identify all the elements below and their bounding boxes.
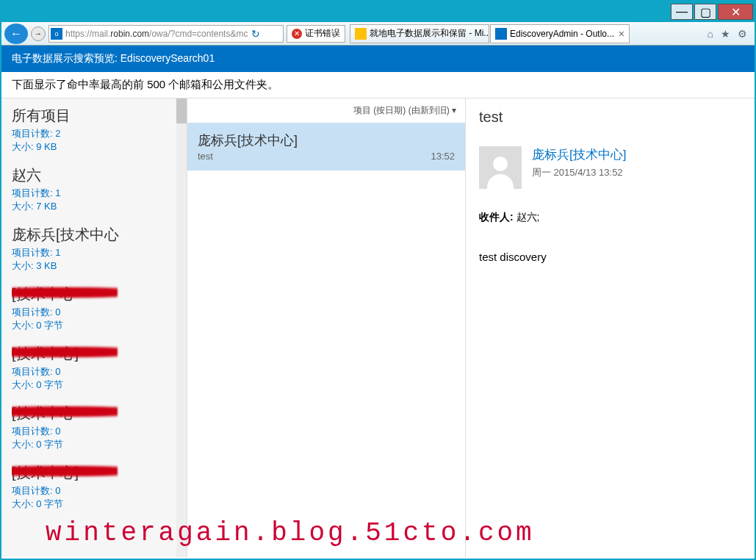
mailbox-item[interactable]: [技术中心项目计数: 0大小: 0 字节 [1, 277, 187, 337]
mailbox-size: 大小: 0 字节 [12, 319, 176, 332]
mailbox-name: [技术中心] [12, 344, 176, 364]
mailbox-name: [技术中心 [12, 284, 176, 304]
page-title: 电子数据展示搜索预览: EdiscoverySearch01 [12, 52, 215, 65]
sort-dropdown[interactable]: 项目 (按日期) (由新到旧) ▾ [187, 103, 465, 123]
site-icon: o [51, 28, 62, 40]
mailbox-item[interactable]: 庞标兵[技术中心项目计数: 1大小: 3 KB [1, 218, 187, 277]
mailbox-size: 大小: 7 KB [12, 200, 176, 213]
mailbox-size: 大小: 9 KB [12, 140, 176, 154]
address-bar[interactable]: o https://mail.robin.com/owa/?cmd=conten… [48, 25, 284, 43]
settings-icon[interactable]: ⚙ [738, 28, 747, 40]
mailbox-size: 大小: 0 字节 [12, 378, 176, 392]
page-subtitle: 下面显示了命中率最高的前 500 个邮箱和公用文件夹。 [1, 72, 755, 98]
nav-back-button[interactable]: ← [4, 24, 28, 44]
content-area: 所有项目项目计数: 2大小: 9 KB赵六项目计数: 1大小: 7 KB庞标兵[… [1, 98, 755, 557]
reading-recipients: 收件人: 赵六; [479, 211, 741, 224]
scrollbar-thumb[interactable] [176, 98, 187, 123]
mailbox-name: 赵六 [12, 165, 176, 185]
tab-close-icon[interactable]: × [616, 28, 624, 40]
mailbox-name: 庞标兵[技术中心 [12, 225, 176, 245]
mailbox-item[interactable]: [技术中心项目计数: 0大小: 0 字节 [1, 396, 187, 456]
tab-favicon [495, 28, 507, 40]
mailbox-name: 所有项目 [12, 106, 176, 126]
message-list: 项目 (按日期) (由新到旧) ▾ 庞标兵[技术中心] test 13:52 [187, 98, 466, 557]
favorites-icon[interactable]: ★ [721, 28, 730, 40]
mailbox-size: 大小: 0 字节 [12, 438, 176, 451]
mailbox-list: 所有项目项目计数: 2大小: 9 KB赵六项目计数: 1大小: 7 KB庞标兵[… [1, 98, 187, 557]
message-item[interactable]: 庞标兵[技术中心] test 13:52 [187, 123, 465, 170]
window-maximize-button[interactable]: ▢ [694, 4, 716, 20]
mailbox-item[interactable]: 所有项目项目计数: 2大小: 9 KB [1, 98, 187, 158]
message-time: 13:52 [431, 151, 455, 162]
mailbox-count: 项目计数: 0 [12, 484, 176, 498]
reading-from[interactable]: 庞标兵[技术中心] [532, 146, 626, 163]
reading-pane: test 庞标兵[技术中心] 周一 2015/4/13 13:52 收件人: 赵… [466, 98, 755, 557]
mailbox-count: 项目计数: 0 [12, 365, 176, 378]
browser-tab[interactable]: EdiscoveryAdmin - Outlo... × [490, 24, 630, 43]
error-icon: ✕ [292, 29, 302, 39]
tab-favicon [355, 28, 367, 40]
mailbox-count: 项目计数: 2 [12, 127, 176, 140]
mailbox-size: 大小: 0 字节 [12, 498, 176, 511]
scrollbar-track[interactable] [176, 98, 187, 557]
browser-toolbar-right: ⌂ ★ ⚙ [700, 28, 755, 40]
reading-subject: test [479, 109, 741, 126]
mailbox-count: 项目计数: 0 [12, 425, 176, 438]
nav-refresh-button[interactable]: ↻ [248, 28, 264, 40]
mailbox-item[interactable]: 赵六项目计数: 1大小: 7 KB [1, 158, 187, 218]
nav-forward-button[interactable]: → [31, 26, 46, 41]
mailbox-count: 项目计数: 1 [12, 246, 176, 259]
window-minimize-button[interactable]: — [671, 4, 693, 20]
mailbox-size: 大小: 3 KB [12, 259, 176, 273]
mailbox-count: 项目计数: 1 [12, 187, 176, 200]
browser-tabs: 就地电子数据展示和保留 - Mi... EdiscoveryAdmin - Ou… [350, 22, 630, 45]
home-icon[interactable]: ⌂ [708, 28, 713, 40]
mailbox-count: 项目计数: 0 [12, 306, 176, 319]
message-subject: test [198, 151, 213, 162]
window-titlebar: — ▢ ✕ [1, 1, 755, 22]
window-close-button[interactable]: ✕ [718, 4, 753, 20]
avatar-placeholder [479, 146, 522, 189]
browser-tab[interactable]: 就地电子数据展示和保留 - Mi... [350, 24, 489, 43]
reading-date: 周一 2015/4/13 13:52 [532, 166, 626, 179]
mailbox-item[interactable]: [技术中心]项目计数: 0大小: 0 字节 [1, 337, 187, 396]
message-from: 庞标兵[技术中心] [198, 132, 455, 149]
address-url: https://mail.robin.com/owa/?cmd=contents… [65, 29, 248, 39]
mailbox-name: [技术中心 [12, 403, 176, 423]
reading-body: test discovery [479, 251, 741, 263]
certificate-error-badge[interactable]: ✕ 证书错误 [287, 25, 345, 43]
mailbox-name: [技术中心] [12, 463, 176, 483]
page-title-bar: 电子数据展示搜索预览: EdiscoverySearch01 [1, 46, 755, 72]
mailbox-item[interactable]: [技术中心]项目计数: 0大小: 0 字节 [1, 456, 187, 515]
browser-navbar: ← → o https://mail.robin.com/owa/?cmd=co… [1, 22, 755, 46]
